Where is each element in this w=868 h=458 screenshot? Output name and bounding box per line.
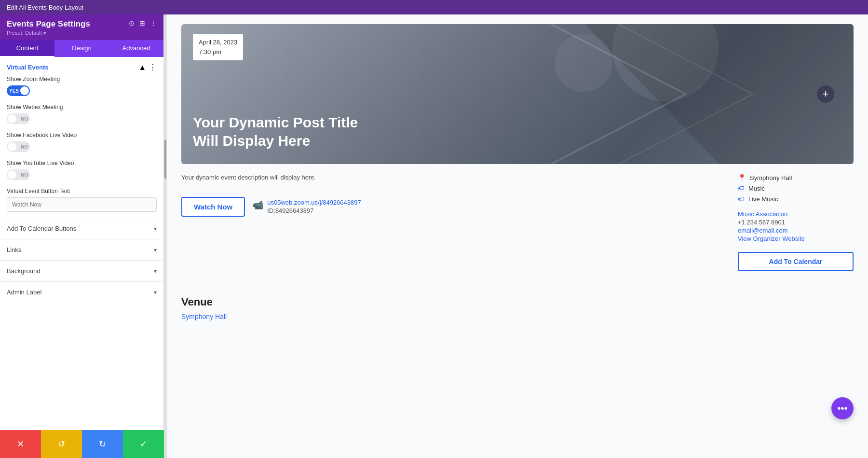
show-youtube-label: Show YouTube Live Video — [7, 160, 157, 167]
add-content-button[interactable]: + — [817, 85, 834, 103]
venue-location-text: Symphony Hall — [750, 174, 792, 181]
button-text-input[interactable] — [7, 197, 157, 212]
organizer-name-link[interactable]: Music Association — [738, 210, 854, 218]
show-zoom-toggle-row: YES — [7, 85, 157, 96]
more-section-icon[interactable]: ⋮ — [149, 63, 157, 72]
undo-button[interactable]: ↺ — [41, 430, 82, 458]
venue-section-heading: Venue — [181, 296, 854, 308]
venue-category1-item: 🏷 Music — [738, 184, 854, 192]
chevron-links-icon: ▾ — [154, 247, 157, 253]
virtual-events-title: Virtual Events — [7, 64, 48, 71]
top-bar-title: Edit All Events Body Layout — [7, 4, 83, 11]
zoom-link[interactable]: us05web.zoom.us/j/84926643897 — [267, 199, 361, 206]
organizer-email-link[interactable]: email@email.com — [738, 227, 854, 234]
admin-label-title: Admin Label — [7, 289, 41, 296]
links-header[interactable]: Links ▾ — [0, 239, 163, 260]
venue-section: Venue Symphony Hall — [181, 286, 854, 321]
top-bar: Edit All Events Body Layout — [0, 0, 868, 14]
svg-marker-0 — [584, 24, 854, 164]
redo-button[interactable]: ↻ — [82, 430, 123, 458]
chevron-add-calendar-icon: ▾ — [154, 225, 157, 232]
show-webex-value: NO — [21, 116, 28, 122]
video-camera-icon: 📹 — [253, 200, 263, 210]
date-badge: April 28, 2023 7:30 pm — [193, 34, 243, 60]
chevron-admin-icon: ▾ — [154, 289, 157, 296]
venue-category2-item: 🏷 Live Music — [738, 195, 854, 203]
show-youtube-toggle[interactable]: NO — [7, 169, 30, 180]
sidebar-preset[interactable]: Preset: Default ▾ — [7, 30, 90, 36]
venue-category1-text: Music — [748, 185, 765, 192]
event-hero: April 28, 2023 7:30 pm Your Dynamic Post… — [181, 24, 854, 164]
watch-now-row: Watch Now 📹 us05web.zoom.us/j/8492664389… — [181, 197, 723, 217]
organizer-phone: +1 234 567 8901 — [738, 219, 854, 226]
show-zoom-label: Show Zoom Meeting — [7, 76, 157, 83]
add-to-calendar-section: Add To Calendar Buttons ▾ — [0, 218, 163, 239]
show-facebook-toggle-row: NO — [7, 141, 157, 152]
links-title: Links — [7, 246, 21, 253]
add-to-calendar-title: Add To Calendar Buttons — [7, 225, 76, 232]
collapse-icon: ▲ — [138, 63, 146, 72]
main-layout: Events Page Settings Preset: Default ▾ ⊙… — [0, 14, 868, 458]
zoom-meeting-id: ID:84926643897 — [267, 207, 313, 214]
background-header[interactable]: Background ▾ — [0, 261, 163, 281]
button-text-label: Virtual Event Button Text — [7, 188, 157, 194]
show-webex-knob — [8, 114, 16, 123]
sidebar-title: Events Page Settings — [7, 19, 90, 29]
focus-icon-btn[interactable]: ⊙ — [129, 19, 135, 27]
event-right: 📍 Symphony Hall 🏷 Music 🏷 Live Music Mus… — [738, 174, 854, 271]
links-section: Links ▾ — [0, 239, 163, 260]
sidebar: Events Page Settings Preset: Default ▾ ⊙… — [0, 14, 164, 458]
virtual-events-section-header[interactable]: Virtual Events ▲ ⋮ — [0, 57, 163, 76]
show-facebook-knob — [8, 142, 16, 151]
add-to-calendar-header[interactable]: Add To Calendar Buttons ▾ — [0, 218, 163, 239]
admin-label-section: Admin Label ▾ — [0, 281, 163, 303]
background-section: Background ▾ — [0, 260, 163, 281]
bottom-bar: ✕ ↺ ↻ ✓ — [0, 430, 164, 458]
category2-tag-icon: 🏷 — [738, 195, 745, 203]
save-button[interactable]: ✓ — [123, 430, 164, 458]
show-webex-label: Show Webex Meeting — [7, 104, 157, 111]
sidebar-tabs: Content Design Advanced — [0, 40, 163, 57]
venue-link[interactable]: Symphony Hall — [181, 313, 227, 320]
event-body: Your dynamic event description will disp… — [181, 174, 854, 271]
fab-dots-icon: ••• — [837, 403, 847, 414]
section-actions: ▲ ⋮ — [138, 63, 157, 72]
zoom-info: 📹 us05web.zoom.us/j/84926643897 ID:84926… — [253, 199, 361, 215]
admin-label-header[interactable]: Admin Label ▾ — [0, 282, 163, 303]
hero-title: Your Dynamic Post Title Will Display Her… — [193, 113, 386, 150]
tab-content[interactable]: Content — [0, 40, 54, 57]
location-pin-icon: 📍 — [738, 174, 746, 181]
more-icon-btn[interactable]: ⋮ — [150, 19, 157, 27]
event-time: 7:30 pm — [199, 47, 237, 57]
scrollbar-thumb — [164, 140, 166, 179]
category1-tag-icon: 🏷 — [738, 184, 745, 192]
sidebar-scrollbar[interactable] — [164, 14, 167, 458]
show-youtube-knob — [8, 170, 16, 179]
cancel-button[interactable]: ✕ — [0, 430, 41, 458]
show-facebook-label: Show Facebook Live Video — [7, 132, 157, 139]
organizer-info: Music Association +1 234 567 8901 email@… — [738, 210, 854, 242]
tab-design[interactable]: Design — [54, 40, 109, 57]
organizer-website-link[interactable]: View Organizer Website — [738, 235, 854, 242]
background-title: Background — [7, 267, 40, 275]
sidebar-body: Virtual Events ▲ ⋮ Show Zoom Meeting YES… — [0, 57, 163, 458]
show-facebook-toggle[interactable]: NO — [7, 141, 30, 152]
show-zoom-value: YES — [9, 88, 19, 94]
zoom-details: us05web.zoom.us/j/84926643897 ID:8492664… — [267, 199, 361, 215]
show-zoom-knob — [20, 86, 29, 95]
show-facebook-value: NO — [21, 144, 28, 150]
event-date: April 28, 2023 — [199, 38, 237, 47]
show-webex-toggle[interactable]: NO — [7, 113, 30, 124]
floating-action-button[interactable]: ••• — [831, 397, 854, 419]
add-to-calendar-button[interactable]: Add To Calendar — [738, 252, 854, 271]
tab-advanced[interactable]: Advanced — [109, 40, 163, 57]
hero-svg-decoration — [450, 24, 854, 164]
event-divider — [181, 189, 723, 189]
show-youtube-value: NO — [21, 172, 28, 178]
show-zoom-toggle[interactable]: YES — [7, 85, 30, 96]
layout-icon-btn[interactable]: ⊞ — [139, 19, 145, 27]
show-webex-toggle-row: NO — [7, 113, 157, 124]
virtual-events-content: Show Zoom Meeting YES Show Webex Meeting… — [0, 76, 163, 218]
chevron-background-icon: ▾ — [154, 268, 157, 275]
watch-now-button[interactable]: Watch Now — [181, 197, 245, 217]
